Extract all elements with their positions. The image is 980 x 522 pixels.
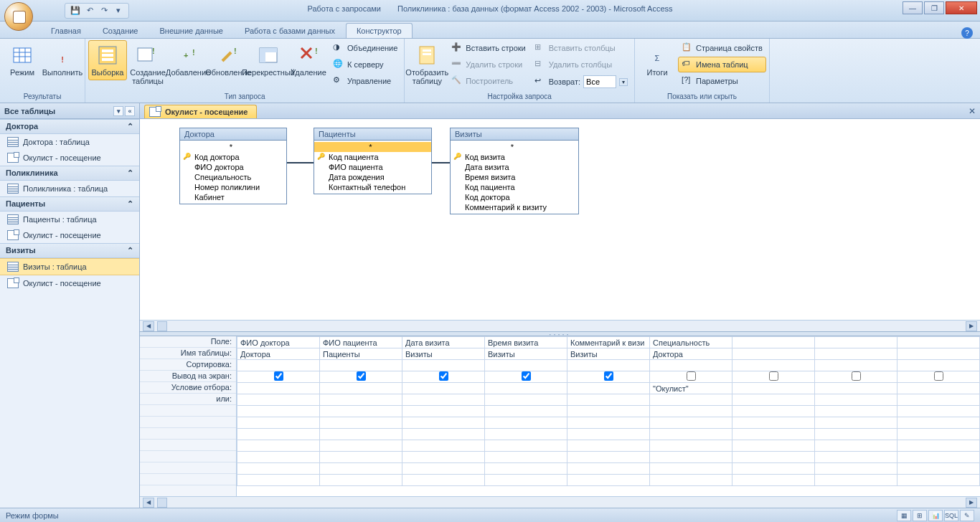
totals-button[interactable]: Σ Итоги (638, 40, 677, 80)
tab-external-data[interactable]: Внешние данные (149, 23, 234, 38)
grid-cell[interactable] (897, 371, 980, 383)
grid-cell[interactable] (897, 429, 980, 440)
field-item[interactable]: ФИО пациента (314, 162, 431, 172)
scroll-right-icon[interactable]: ▶ (966, 498, 977, 508)
grid-cell[interactable] (897, 348, 980, 360)
table-box-patients[interactable]: Пациенты*Код пациентаФИО пациентаДата ро… (314, 128, 432, 194)
grid-cell[interactable] (650, 417, 732, 429)
minimize-button[interactable]: — (903, 1, 923, 14)
nav-item-patients-table[interactable]: Пациенты : таблица (0, 212, 139, 227)
grid-cell[interactable] (732, 394, 815, 406)
grid-cell[interactable]: "Окулист" (650, 383, 732, 394)
grid-cell[interactable] (897, 406, 980, 417)
grid-cell[interactable] (237, 371, 320, 383)
redo-icon[interactable]: ↷ (98, 5, 110, 16)
tab-home[interactable]: Главная (40, 23, 92, 38)
field-item[interactable]: Код пациента (451, 182, 578, 192)
nav-item-doctors-table[interactable]: Доктора : таблица (0, 134, 139, 150)
field-item[interactable]: Код пациента (314, 152, 431, 162)
field-item[interactable]: Время визита (451, 172, 578, 182)
grid-cell[interactable]: ФИО пациента (320, 337, 402, 348)
nav-item-oculist-query-2[interactable]: Окулист - посещение (0, 227, 139, 243)
join-line[interactable] (287, 162, 314, 163)
grid-cell[interactable] (485, 452, 567, 463)
grid-cell[interactable] (402, 429, 485, 440)
grid-cell[interactable] (567, 371, 650, 383)
grid-cell[interactable] (897, 440, 980, 452)
grid-cell[interactable] (567, 452, 650, 463)
grid-cell[interactable]: Время визита (485, 337, 567, 348)
grid-cell[interactable] (237, 463, 320, 475)
field-item[interactable]: Специальность (180, 172, 286, 182)
table-names-button[interactable]: 🏷Имена таблиц (678, 57, 766, 72)
grid-cell[interactable] (485, 371, 567, 383)
grid-cell[interactable] (815, 475, 897, 486)
grid-cell[interactable] (732, 463, 815, 475)
qat-customize-icon[interactable]: ▾ (113, 5, 124, 16)
grid-cell[interactable] (320, 440, 402, 452)
grid-cell[interactable]: Визиты (485, 348, 567, 360)
nav-item-clinic-table[interactable]: Поликлиника : таблица (0, 181, 139, 196)
grid-cell[interactable] (732, 348, 815, 360)
property-sheet-button[interactable]: 📋Страница свойств (678, 40, 766, 56)
show-checkbox[interactable] (852, 371, 861, 381)
grid-cell[interactable] (732, 452, 815, 463)
grid-cell[interactable] (567, 360, 650, 371)
grid-cell[interactable] (815, 429, 897, 440)
tab-design[interactable]: Конструктор (346, 23, 413, 38)
show-checkbox[interactable] (604, 371, 613, 381)
sql-view-button[interactable]: SQL (944, 510, 958, 521)
scroll-left-icon[interactable]: ◀ (143, 321, 154, 331)
grid-cell[interactable] (320, 360, 402, 371)
grid-cell[interactable] (897, 417, 980, 429)
table-box-doctors[interactable]: Доктора*Код доктораФИО доктораСпециально… (179, 128, 287, 204)
grid-cell[interactable] (402, 360, 485, 371)
nav-header[interactable]: Все таблицы ▾« (0, 103, 139, 119)
grid-cell[interactable] (402, 394, 485, 406)
grid-cell[interactable] (320, 463, 402, 475)
grid-columns[interactable]: ФИО доктораФИО пациентаДата визитаВремя … (237, 336, 980, 496)
tab-database-tools[interactable]: Работа с базами данных (234, 23, 346, 38)
field-item[interactable]: Дата визита (451, 162, 578, 172)
grid-cell[interactable] (897, 452, 980, 463)
field-item[interactable]: Контактный телефон (314, 182, 431, 192)
field-item[interactable]: * (314, 142, 431, 152)
grid-cell[interactable] (320, 429, 402, 440)
grid-cell[interactable] (650, 371, 732, 383)
grid-cell[interactable] (732, 406, 815, 417)
grid-cell[interactable] (815, 463, 897, 475)
nav-category-visits[interactable]: Визиты⌃ (0, 243, 139, 258)
grid-cell[interactable] (402, 440, 485, 452)
grid-cell[interactable] (402, 371, 485, 383)
field-item[interactable]: * (180, 142, 286, 152)
grid-cell[interactable] (815, 452, 897, 463)
join-line[interactable] (432, 162, 450, 163)
field-item[interactable]: * (451, 142, 578, 152)
grid-cell[interactable] (320, 383, 402, 394)
nav-dropdown-icon[interactable]: ▾ (113, 106, 123, 116)
grid-cell[interactable] (567, 383, 650, 394)
show-checkbox[interactable] (439, 371, 448, 381)
return-input[interactable] (583, 75, 616, 88)
grid-cell[interactable] (237, 406, 320, 417)
maximize-button[interactable]: ❐ (924, 1, 944, 14)
nav-category-patients[interactable]: Пациенты⌃ (0, 196, 139, 212)
grid-cell[interactable] (567, 463, 650, 475)
field-item[interactable]: Комментарий к визиту (451, 202, 578, 212)
passthrough-button[interactable]: 🌐К серверу (329, 57, 401, 72)
undo-icon[interactable]: ↶ (84, 5, 95, 16)
grid-cell[interactable] (732, 360, 815, 371)
grid-cell[interactable] (815, 383, 897, 394)
datasheet-view-icon[interactable]: ▦ (897, 510, 911, 521)
grid-cell[interactable]: Специальность (650, 337, 732, 348)
select-query-button[interactable]: Выборка (88, 40, 127, 80)
grid-cell[interactable] (732, 337, 815, 348)
grid-cell[interactable] (237, 452, 320, 463)
field-item[interactable]: Код визита (451, 152, 578, 162)
grid-cell[interactable] (485, 383, 567, 394)
union-button[interactable]: ◑Объединение (329, 40, 401, 56)
help-icon[interactable]: ? (961, 27, 973, 39)
office-button[interactable] (4, 2, 33, 31)
nav-item-oculist-query-1[interactable]: Окулист - посещение (0, 150, 139, 166)
grid-cell[interactable] (897, 360, 980, 371)
